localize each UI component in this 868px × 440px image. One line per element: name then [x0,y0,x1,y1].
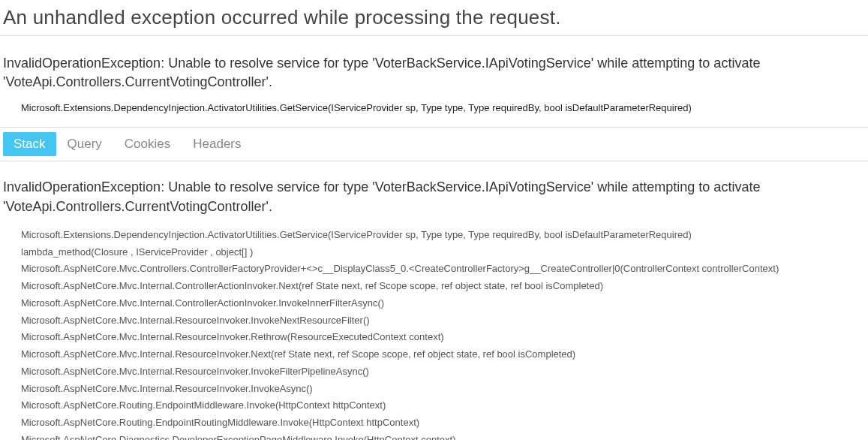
stack-frame[interactable]: Microsoft.AspNetCore.Mvc.Internal.Resour… [21,381,865,398]
stack-frame[interactable]: Microsoft.AspNetCore.Mvc.Internal.Resour… [21,363,865,381]
stack-frame[interactable]: Microsoft.AspNetCore.Mvc.Controllers.Con… [21,261,865,278]
stack-exception-message: InvalidOperationException: Unable to res… [0,161,868,222]
tab-query[interactable]: Query [56,132,113,156]
exception-summary: InvalidOperationException: Unable to res… [0,36,868,92]
stack-frame[interactable]: Microsoft.AspNetCore.Mvc.Internal.Resour… [21,312,865,330]
stack-frame[interactable]: Microsoft.AspNetCore.Mvc.Internal.Contro… [21,278,865,295]
first-stack-frame: Microsoft.Extensions.DependencyInjection… [0,92,868,127]
tab-stack[interactable]: Stack [3,132,56,156]
stack-frame[interactable]: Microsoft.Extensions.DependencyInjection… [21,227,865,244]
stack-frame[interactable]: Microsoft.AspNetCore.Mvc.Internal.Resour… [21,329,865,346]
stack-frame[interactable]: Microsoft.AspNetCore.Diagnostics.Develop… [21,432,865,440]
tabs-bar: Stack Query Cookies Headers [0,128,868,161]
stack-frames-list: Microsoft.Extensions.DependencyInjection… [0,222,868,440]
stack-frame[interactable]: Microsoft.AspNetCore.Routing.EndpointMid… [21,397,865,414]
stack-frame[interactable]: Microsoft.AspNetCore.Mvc.Internal.Contro… [21,295,865,312]
stack-frame[interactable]: lambda_method(Closure , IServiceProvider… [21,244,865,261]
stack-frame[interactable]: Microsoft.AspNetCore.Mvc.Internal.Resour… [21,346,865,363]
stack-frame[interactable]: Microsoft.AspNetCore.Routing.EndpointRou… [21,414,865,432]
stack-panel: InvalidOperationException: Unable to res… [0,161,868,440]
page-title: An unhandled exception occurred while pr… [0,0,868,34]
tab-cookies[interactable]: Cookies [113,132,182,156]
tab-headers[interactable]: Headers [182,132,252,156]
